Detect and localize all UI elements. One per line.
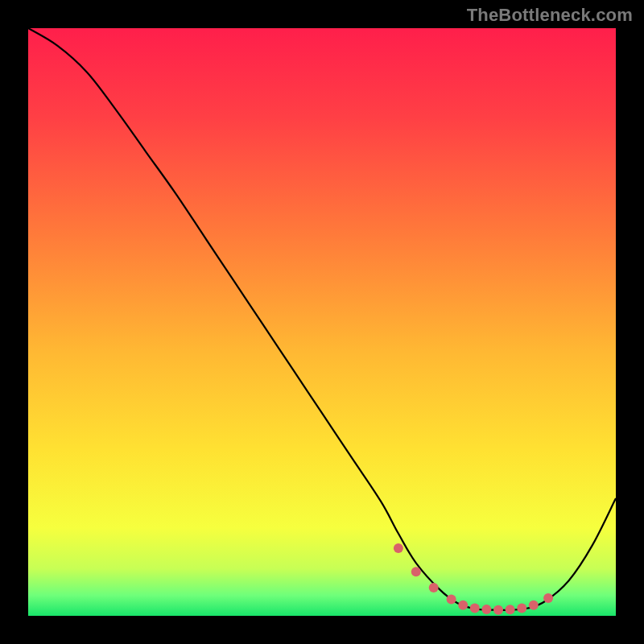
- valley-marker: [543, 593, 553, 603]
- valley-marker: [411, 567, 421, 576]
- bottleneck-chart: [28, 28, 616, 616]
- valley-marker: [429, 583, 439, 592]
- gradient-background: [28, 28, 616, 616]
- valley-marker: [481, 605, 491, 614]
- attribution-text: TheBottleneck.com: [467, 5, 633, 26]
- valley-marker: [458, 601, 468, 610]
- chart-frame: TheBottleneck.com: [0, 0, 644, 644]
- valley-marker: [529, 601, 539, 610]
- valley-marker: [517, 604, 526, 613]
- valley-marker: [447, 595, 456, 605]
- valley-marker: [506, 605, 515, 614]
- plot-area: [28, 28, 616, 616]
- valley-marker: [470, 604, 480, 613]
- valley-marker: [493, 605, 503, 615]
- valley-marker: [394, 543, 403, 553]
